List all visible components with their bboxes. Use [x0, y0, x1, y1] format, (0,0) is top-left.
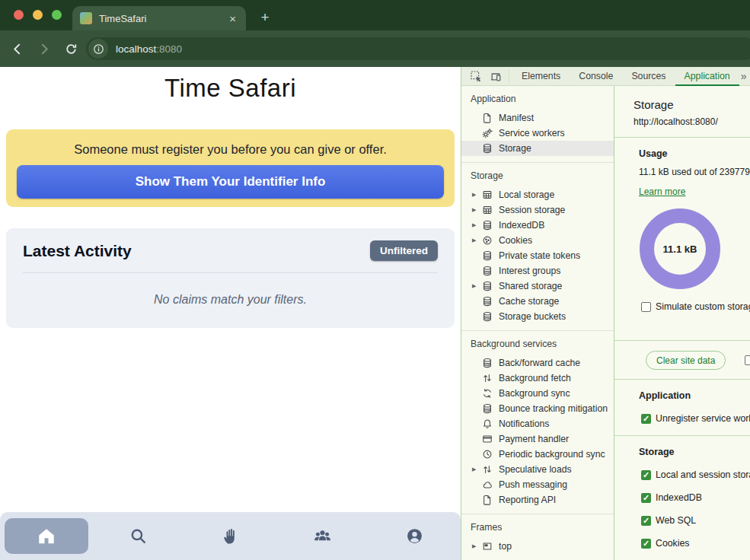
tree-item-cookies[interactable]: ▶Cookies	[461, 233, 614, 248]
tree-item-storage-buckets[interactable]: Storage buckets	[461, 309, 614, 324]
devtools-toolbar: ElementsConsoleSourcesApplication »	[461, 67, 750, 86]
tree-item-label: Local storage	[499, 189, 554, 200]
db-icon	[481, 142, 493, 154]
tree-item-label: Private state tokens	[499, 250, 580, 261]
devtools-tab-elements[interactable]: Elements	[512, 67, 570, 86]
expand-arrow-icon[interactable]: ▶	[472, 237, 481, 243]
tree-item-private-state-tokens[interactable]: Private state tokens	[461, 248, 614, 263]
section-title-frames: Frames	[461, 519, 614, 536]
web-sql-checkbox[interactable]: ✓	[641, 516, 651, 526]
simulate-quota-label: Simulate custom storage quota	[656, 301, 750, 312]
divider	[614, 379, 750, 380]
nav-item-people[interactable]	[276, 512, 369, 560]
sidebar-section-background-services: Background servicesBack/forward cacheBac…	[461, 331, 614, 514]
tree-item-label: Reporting API	[499, 495, 556, 505]
new-tab-button[interactable]: +	[254, 7, 276, 28]
site-info-icon[interactable]	[88, 39, 108, 59]
sync-icon	[481, 387, 493, 399]
tree-item-service-workers[interactable]: Service workers	[461, 126, 614, 141]
tree-item-back-forward-cache[interactable]: Back/forward cache	[461, 355, 614, 371]
reload-icon[interactable]	[62, 40, 80, 58]
tree-item-label: Cache storage	[499, 296, 559, 307]
device-toolbar-icon[interactable]	[486, 67, 506, 85]
db-icon	[481, 250, 493, 262]
tree-item-interest-groups[interactable]: Interest groups	[461, 263, 614, 278]
checkbox-label: Web SQL	[656, 515, 696, 526]
clear-site-data-button[interactable]: Clear site data	[646, 351, 726, 370]
tree-item-reporting-api[interactable]: Reporting API	[461, 492, 614, 508]
checkbox-label: Unregister service workers	[656, 413, 750, 424]
expand-arrow-icon[interactable]: ▶	[472, 466, 481, 473]
checkbox-row-web-sql: ✓Web SQL	[641, 515, 750, 526]
url-host: localhost	[116, 43, 156, 55]
tree-item-indexeddb[interactable]: ▶IndexedDB	[461, 218, 614, 233]
expand-arrow-icon[interactable]: ▶	[472, 192, 481, 198]
minimize-window-button[interactable]	[33, 10, 43, 20]
tree-item-cache-storage[interactable]: Cache storage	[461, 294, 614, 309]
checkbox-row-local-and-session-storage: ✓Local and session storage	[641, 469, 750, 480]
application-checkbox-list: ✓Unregister service workers	[634, 413, 750, 424]
tree-item-push-messaging[interactable]: Push messaging	[461, 477, 614, 492]
bottom-navigation	[0, 512, 461, 560]
browser-tab[interactable]: TimeSafari ×	[72, 6, 246, 30]
tree-item-local-storage[interactable]: ▶Local storage	[461, 187, 614, 202]
indexeddb-checkbox[interactable]: ✓	[641, 493, 651, 503]
panel-origin: http://localhost:8080/	[634, 116, 750, 127]
updown-icon	[481, 463, 493, 476]
close-window-button[interactable]	[14, 10, 24, 20]
nav-item-person[interactable]	[369, 512, 461, 560]
expand-arrow-icon[interactable]: ▶	[472, 207, 481, 213]
latest-activity-heading: Latest Activity	[23, 242, 132, 260]
show-identifier-info-button[interactable]: Show Them Your Identifier Info	[17, 165, 444, 199]
address-bar[interactable]: localhost:8080	[86, 37, 750, 60]
tree-item-label: Cookies	[499, 235, 532, 246]
expand-arrow-icon[interactable]: ▶	[472, 543, 481, 549]
unfiltered-button[interactable]: Unfiltered	[370, 240, 438, 261]
simulate-quota-checkbox[interactable]	[641, 302, 651, 312]
expand-arrow-icon[interactable]: ▶	[472, 283, 481, 289]
tree-item-label: Speculative loads	[499, 464, 572, 475]
maximize-window-button[interactable]	[52, 10, 62, 20]
storage-checkbox-list: ✓Local and session storage✓IndexedDB✓Web…	[634, 469, 750, 560]
tree-item-background-fetch[interactable]: Background fetch	[461, 371, 614, 386]
sidebar-section-application: ApplicationManifestService workersStorag…	[461, 86, 614, 163]
browser-toolbar: localhost:8080	[0, 30, 750, 67]
tree-item-notifications[interactable]: Notifications	[461, 416, 614, 431]
devtools-tab-application[interactable]: Application	[675, 67, 739, 86]
tree-item-storage[interactable]: Storage	[461, 141, 614, 156]
expand-arrow-icon[interactable]: ▶	[472, 222, 481, 228]
nav-item-hand[interactable]	[184, 512, 276, 560]
url-text: localhost:8080	[116, 43, 182, 55]
tree-item-session-storage[interactable]: ▶Session storage	[461, 202, 614, 218]
registration-alert: Someone must register you before you can…	[6, 129, 455, 207]
devtools-tab-sources[interactable]: Sources	[622, 67, 675, 86]
tree-item-shared-storage[interactable]: ▶Shared storage	[461, 278, 614, 294]
table-icon	[481, 204, 493, 216]
unregister-service-workers-checkbox[interactable]: ✓	[641, 414, 651, 424]
nav-item-search[interactable]	[92, 512, 184, 560]
tree-item-background-sync[interactable]: Background sync	[461, 386, 614, 401]
tree-item-periodic-background-sync[interactable]: Periodic background sync	[461, 447, 614, 462]
cookies-checkbox[interactable]: ✓	[641, 539, 651, 549]
tree-item-bounce-tracking-mitigation[interactable]: Bounce tracking mitigation	[461, 401, 614, 416]
table-icon	[481, 189, 493, 201]
more-tabs-icon[interactable]: »	[739, 70, 747, 82]
tree-item-speculative-loads[interactable]: ▶Speculative loads	[461, 462, 614, 477]
back-icon[interactable]	[8, 40, 26, 58]
forward-icon[interactable]	[35, 40, 53, 58]
tree-item-manifest[interactable]: Manifest	[461, 110, 614, 126]
db-icon	[481, 310, 493, 323]
learn-more-link[interactable]: Learn more	[639, 186, 685, 197]
nav-item-home[interactable]	[0, 512, 92, 560]
tab-close-icon[interactable]: ×	[227, 13, 238, 24]
tree-item-label: top	[499, 541, 512, 552]
local-and-session-storage-checkbox[interactable]: ✓	[641, 470, 651, 480]
inspect-element-icon[interactable]	[466, 67, 486, 85]
tree-item-label: Session storage	[499, 205, 565, 215]
tree-item-top[interactable]: ▶top	[461, 539, 614, 554]
tree-item-payment-handler[interactable]: Payment handler	[461, 431, 614, 447]
devtools-tab-console[interactable]: Console	[570, 67, 622, 86]
bell-icon	[481, 418, 493, 430]
including-third-party-checkbox[interactable]	[745, 355, 750, 365]
tree-item-label: Push messaging	[499, 479, 567, 490]
